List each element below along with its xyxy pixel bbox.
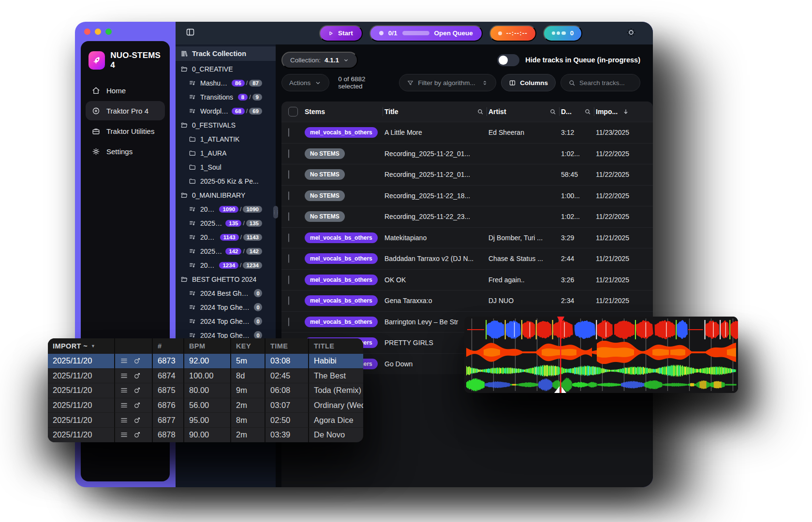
sidebar-item-traktor-pro-4[interactable]: Traktor Pro 4 (86, 101, 165, 120)
total-count-badge: 1090 (243, 206, 262, 213)
import-row[interactable]: 2025/11/20687890.002m03:39De Novo (48, 427, 363, 442)
sidebar-item-label: Settings (106, 147, 133, 156)
tree-item[interactable]: 1_ATLANTIK (176, 132, 276, 146)
minimize-button[interactable] (95, 29, 101, 35)
zoom-button[interactable] (105, 29, 112, 35)
tree-item-track-collection[interactable]: Track Collection (176, 46, 276, 61)
track-artist: DJ NUO (488, 297, 561, 304)
track-row[interactable]: No STEMSRecording_2025-11-22_01...1:02..… (281, 143, 653, 164)
brightness-sun-icon[interactable] (626, 27, 636, 40)
tree-item[interactable]: 0_MAINLIBRARY (176, 188, 276, 202)
column-header-duration[interactable]: D... (561, 102, 596, 122)
search-box[interactable] (561, 74, 640, 91)
track-imported-date: 11/22/2025 (596, 192, 653, 200)
sidebar-item-settings[interactable]: Settings (86, 142, 165, 161)
timer-status-dot-icon (498, 31, 502, 35)
row-checkbox[interactable] (288, 233, 289, 242)
row-checkbox[interactable] (288, 128, 289, 137)
tree-item[interactable]: 2025-04 ...135/135 (176, 216, 276, 230)
import-row[interactable]: 2025/11/20687392.005m03:08Habibi (48, 353, 363, 368)
tree-item[interactable]: 1_Soul (176, 160, 276, 174)
tree-item[interactable]: 2025-061143/1143 (176, 230, 276, 244)
track-row[interactable]: No STEMSRecording_2025-11-22_01...58:451… (281, 164, 653, 185)
track-row[interactable]: mel_vocals_bs_othersOK OKFred again..3:2… (281, 269, 653, 290)
column-header-imported[interactable]: Impo... (596, 102, 653, 122)
start-button[interactable]: Start (319, 25, 363, 42)
column-header-time[interactable]: TIME (265, 338, 308, 353)
hamburger-icon (120, 416, 128, 424)
open-queue-button[interactable]: 0/1 Open Queue (369, 25, 483, 42)
import-number: 6878 (152, 427, 183, 442)
select-all-checkbox[interactable] (288, 107, 298, 116)
row-checkbox[interactable] (288, 296, 289, 305)
close-button[interactable] (84, 29, 90, 35)
column-header-stems[interactable]: Stems (305, 102, 384, 122)
timer-pill[interactable]: --:--:-- (489, 25, 536, 42)
tree-item[interactable]: 1_AURA (176, 146, 276, 160)
window-controls (75, 22, 176, 41)
sidebar-item-home[interactable]: Home (86, 81, 165, 100)
import-row[interactable]: 2025/11/20687656.002m03:07Ordinary (Wedd… (48, 398, 363, 413)
import-row[interactable]: 2025/11/20687580.009m06:08Toda (Remix) (48, 383, 363, 398)
tree-item[interactable]: 2024 Top Ghett...0 (176, 314, 276, 328)
tree-item[interactable]: 2025-05 Kiz & Pe... (176, 174, 276, 188)
panel-resize-handle[interactable]: ⋮⋮ (273, 206, 278, 218)
tree-item[interactable]: 2024 Best Ghett...0 (176, 286, 276, 300)
column-header-track-title[interactable]: TITLE (308, 338, 363, 353)
row-checkbox[interactable] (288, 318, 289, 326)
sidebar-item-traktor-utilities[interactable]: Traktor Utilities (86, 121, 165, 141)
waveform-panel[interactable] (464, 317, 738, 393)
tree-item[interactable]: 0_CREATIVE (176, 62, 276, 76)
track-row[interactable]: mel_vocals_bs_othersMatekitapianoDj Bomb… (281, 227, 653, 248)
tree-item[interactable]: BEST GHETTO 2024 (176, 272, 276, 286)
algorithm-filter-select[interactable]: Filter by algorithm... (399, 74, 496, 91)
column-header-import[interactable]: IMPORT ~▼ (48, 338, 114, 353)
stems-waveform-canvas[interactable] (464, 317, 738, 393)
counter-pill[interactable]: 0 (543, 25, 583, 42)
track-row[interactable]: No STEMSRecording_2025-11-22_18...1:00..… (281, 185, 653, 206)
track-artist: Dj Bomber, Turi ... (488, 234, 561, 242)
column-header-title[interactable]: Title (384, 102, 488, 122)
tree-item[interactable]: 0_FESTIVALS (176, 118, 276, 132)
sidebar-toggle-icon[interactable] (185, 27, 195, 39)
import-key: 2m (230, 427, 265, 442)
column-header-key[interactable]: KEY (230, 338, 265, 353)
track-duration: 1:02... (561, 150, 596, 158)
row-checkbox[interactable] (288, 254, 289, 263)
row-checkbox[interactable] (288, 191, 289, 200)
collection-selector[interactable]: Collection: 4.1.1 (281, 52, 358, 69)
column-header-bpm[interactable]: BPM (183, 338, 230, 353)
tree-item[interactable]: 2025-06 ...142/142 (176, 244, 276, 258)
track-count-badges: 142/142 (222, 248, 262, 255)
import-bpm: 80.00 (183, 383, 230, 398)
track-count-badges: 1090/1090 (216, 206, 262, 213)
import-row[interactable]: 2025/11/206874100.008d02:45The Best (48, 368, 363, 383)
stems-count-badge: 1090 (219, 206, 238, 213)
row-checkbox[interactable] (288, 212, 289, 221)
row-checkbox[interactable] (288, 170, 289, 179)
tree-item[interactable]: Wordplays68/69 (176, 104, 276, 118)
tree-item[interactable]: 2025-...1090/1090 (176, 202, 276, 216)
tree-item[interactable]: 2025-11...1234/1234 (176, 258, 276, 272)
chevron-down-icon (314, 79, 322, 87)
tree-item[interactable]: Mashup 186/87 (176, 76, 276, 90)
row-checkbox[interactable] (288, 149, 289, 158)
row-checkbox[interactable] (288, 276, 289, 284)
track-count-badges: 135/135 (222, 220, 262, 227)
tree-item[interactable]: Transitions8/9 (176, 90, 276, 104)
tracks-table-header: Stems Title Artist D... Impo... (281, 102, 653, 122)
column-header-number[interactable]: # (152, 338, 183, 353)
total-count-badge: 142 (246, 248, 262, 255)
import-bpm: 95.00 (183, 412, 230, 427)
track-row[interactable]: No STEMSRecording_2025-11-22_23...1:02..… (281, 206, 653, 227)
track-row[interactable]: mel_vocals_bs_othersGena Taraxxa:oDJ NUO… (281, 290, 653, 311)
track-row[interactable]: mel_vocals_bs_othersBaddadan Tarraxo v2 … (281, 248, 653, 269)
hide-tracks-toggle[interactable] (497, 54, 519, 66)
search-input[interactable] (579, 79, 633, 87)
columns-button[interactable]: Columns (501, 74, 556, 91)
actions-button[interactable]: Actions (281, 74, 329, 91)
tree-item[interactable]: 2024 Top Ghett...0 (176, 300, 276, 314)
track-row[interactable]: mel_vocals_bs_othersA Little MoreEd Shee… (281, 122, 653, 143)
import-row[interactable]: 2025/11/20687795.008m02:50Agora Dice (48, 412, 363, 427)
column-header-artist[interactable]: Artist (488, 102, 561, 122)
